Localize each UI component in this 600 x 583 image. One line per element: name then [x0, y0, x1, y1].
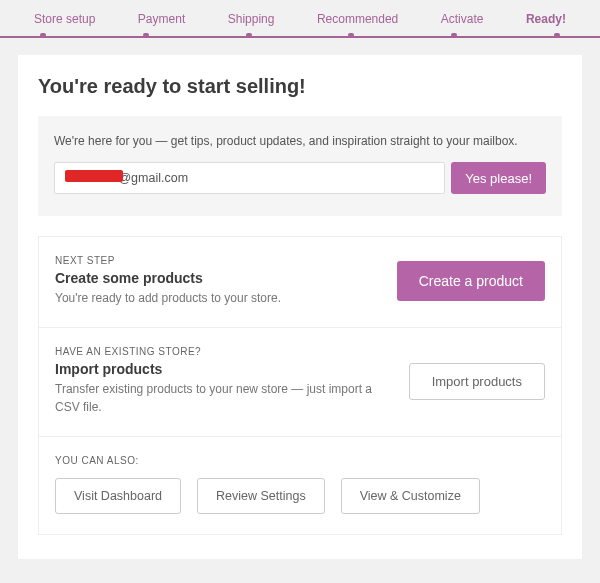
nav-dots [0, 33, 600, 37]
subscribe-blurb: We're here for you — get tips, product u… [54, 134, 546, 148]
page-title: You're ready to start selling! [38, 75, 562, 98]
create-eyebrow: NEXT STEP [55, 255, 281, 266]
create-desc: You're ready to add products to your sto… [55, 289, 281, 307]
import-eyebrow: HAVE AN EXISTING STORE? [55, 346, 375, 357]
subscribe-button[interactable]: Yes please! [451, 162, 546, 194]
email-input[interactable]: s@gmail.com [54, 162, 445, 194]
nav-payment[interactable]: Payment [134, 10, 189, 28]
nav-recommended[interactable]: Recommended [313, 10, 402, 28]
nav-ready[interactable]: Ready! [522, 10, 570, 28]
visit-dashboard-button[interactable]: Visit Dashboard [55, 478, 181, 514]
view-customize-button[interactable]: View & Customize [341, 478, 480, 514]
create-product-button[interactable]: Create a product [397, 261, 545, 301]
subscribe-panel: We're here for you — get tips, product u… [38, 116, 562, 216]
nav-activate[interactable]: Activate [437, 10, 488, 28]
import-title: Import products [55, 361, 375, 377]
redaction-mark [65, 170, 123, 182]
next-steps: NEXT STEP Create some products You're re… [38, 236, 562, 535]
import-products-section: HAVE AN EXISTING STORE? Import products … [39, 328, 561, 437]
also-eyebrow: YOU CAN ALSO: [55, 455, 545, 466]
review-settings-button[interactable]: Review Settings [197, 478, 325, 514]
nav-store-setup[interactable]: Store setup [30, 10, 99, 28]
create-title: Create some products [55, 270, 281, 286]
import-desc: Transfer existing products to your new s… [55, 380, 375, 416]
create-products-section: NEXT STEP Create some products You're re… [39, 237, 561, 328]
ready-card: You're ready to start selling! We're her… [18, 55, 582, 559]
nav-shipping[interactable]: Shipping [224, 10, 279, 28]
import-products-button[interactable]: Import products [409, 363, 545, 400]
also-section: YOU CAN ALSO: Visit Dashboard Review Set… [39, 437, 561, 534]
